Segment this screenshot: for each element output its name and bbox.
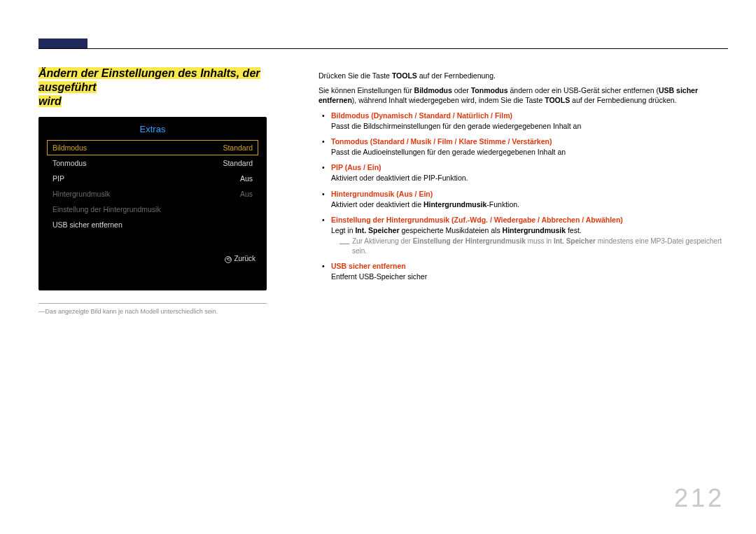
caption-separator bbox=[38, 303, 267, 304]
tv-row-value: Aus bbox=[240, 174, 253, 183]
item-description: Entfernt USB-Speicher sicher bbox=[331, 272, 724, 281]
intro-text-2: Sie können Einstellungen für Bildmodus o… bbox=[318, 85, 724, 105]
tv-row-label: PIP bbox=[52, 174, 64, 183]
intro-text-1: Drücken Sie die Taste TOOLS auf der Fern… bbox=[318, 71, 724, 80]
return-icon: ⟲ bbox=[225, 256, 232, 263]
item-description: Aktiviert oder deaktiviert die Hintergru… bbox=[331, 199, 724, 209]
screenshot-caption: Das angezeigte Bild kann je nach Modell … bbox=[38, 308, 267, 315]
tv-back-hint: ⟲Zurück bbox=[38, 232, 267, 263]
tv-row-label: Hintergrundmusik bbox=[52, 190, 110, 198]
tv-row-hintergrundmusik: Hintergrundmusik Aus bbox=[47, 186, 258, 202]
tv-row-einstellung-hgmusik: Einstellung der Hintergrundmusik bbox=[47, 202, 258, 217]
left-column: Ändern der Einstellungen des Inhalts, de… bbox=[38, 66, 304, 315]
item-pip: PIP (Aus / Ein) Aktiviert oder deaktivie… bbox=[331, 162, 724, 183]
item-description: Aktiviert oder deaktiviert die PIP-Funkt… bbox=[331, 173, 724, 183]
tv-row-label: Einstellung der Hintergrundmusik bbox=[52, 205, 161, 213]
settings-list: Bildmodus (Dynamisch / Standard / Natürl… bbox=[318, 111, 724, 282]
item-description: Passt die Bildschirmeinstellungen für de… bbox=[331, 121, 724, 131]
item-einstellung-hgmusik: Einstellung der Hintergrundmusik (Zuf.-W… bbox=[331, 215, 724, 255]
tv-back-label: Zurück bbox=[234, 255, 255, 262]
item-heading: Hintergrundmusik (Aus / Ein) bbox=[331, 189, 724, 199]
tv-screenshot: Extras Bildmodus Standard Tonmodus Stand… bbox=[38, 117, 267, 290]
item-usb-entfernen: USB sicher entfernen Entfernt USB-Speich… bbox=[331, 261, 724, 281]
tv-row-usb-entfernen: USB sicher entfernen bbox=[47, 217, 258, 232]
item-heading: PIP (Aus / Ein) bbox=[331, 162, 724, 172]
item-description: Passt die Audioeinstellungen für den ger… bbox=[331, 147, 724, 157]
tv-menu-title: Extras bbox=[38, 117, 267, 140]
page-title-line2: wird bbox=[38, 95, 62, 107]
page-title: Ändern der Einstellungen des Inhalts, de… bbox=[38, 66, 304, 108]
tv-row-value: Standard bbox=[223, 143, 253, 152]
item-tonmodus: Tonmodus (Standard / Musik / Film / Klar… bbox=[331, 136, 724, 157]
tv-row-value: Standard bbox=[223, 159, 253, 167]
item-heading: Bildmodus (Dynamisch / Standard / Natürl… bbox=[331, 111, 724, 120]
tv-row-value: Aus bbox=[240, 190, 253, 198]
item-note: Zur Aktivierung der Einstellung der Hint… bbox=[331, 237, 724, 255]
item-heading: Tonmodus (Standard / Musik / Film / Klar… bbox=[331, 136, 724, 146]
right-column: Drücken Sie die Taste TOOLS auf der Fern… bbox=[318, 71, 724, 288]
header-rule bbox=[38, 48, 728, 49]
tv-row-tonmodus: Tonmodus Standard bbox=[47, 155, 258, 171]
page-number: 212 bbox=[674, 484, 724, 513]
tv-row-label: Tonmodus bbox=[52, 159, 86, 167]
item-bildmodus: Bildmodus (Dynamisch / Standard / Natürl… bbox=[331, 111, 724, 131]
header-accent bbox=[38, 38, 88, 48]
tv-row-bildmodus: Bildmodus Standard bbox=[47, 140, 258, 155]
item-description: Legt in Int. Speicher gespeicherte Musik… bbox=[331, 225, 724, 235]
tv-row-label: USB sicher entfernen bbox=[52, 220, 122, 229]
item-heading: USB sicher entfernen bbox=[331, 261, 724, 271]
tv-menu-rows: Bildmodus Standard Tonmodus Standard PIP… bbox=[38, 140, 267, 232]
item-hintergrundmusik: Hintergrundmusik (Aus / Ein) Aktiviert o… bbox=[331, 189, 724, 209]
tv-row-label: Bildmodus bbox=[52, 143, 87, 152]
page-title-line1: Ändern der Einstellungen des Inhalts, de… bbox=[38, 67, 260, 93]
item-heading: Einstellung der Hintergrundmusik (Zuf.-W… bbox=[331, 215, 724, 225]
tv-row-pip: PIP Aus bbox=[47, 171, 258, 186]
